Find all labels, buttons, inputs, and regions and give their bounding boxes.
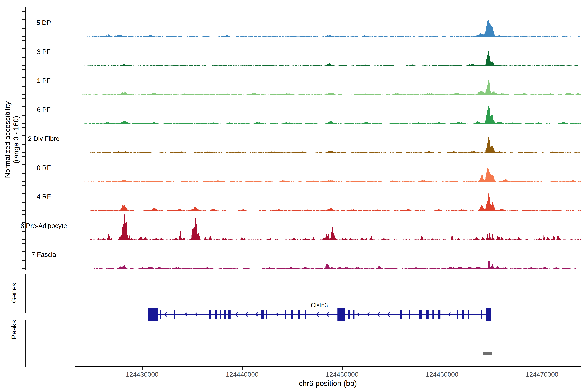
- gene-exon: [486, 308, 491, 321]
- y-axis-tick: [22, 260, 26, 261]
- x-axis-tick-label: 124430000: [118, 371, 166, 378]
- y-axis-tick: [22, 144, 26, 145]
- track-baseline: [75, 37, 581, 37]
- y-axis-tick: [22, 239, 26, 240]
- y-axis-tick: [22, 152, 26, 153]
- gene-exon: [338, 308, 345, 321]
- track-label-2-div-fibro: 2 Div Fibro: [10, 135, 78, 142]
- x-axis-tick-label: 124470000: [518, 371, 566, 378]
- coverage-area: [75, 48, 581, 66]
- y-axis-tick: [22, 173, 26, 174]
- coverage-track-2-div-fibro: [75, 125, 581, 153]
- y-axis-tick: [22, 231, 26, 232]
- gene-exon: [419, 310, 422, 319]
- y-axis-tick: [22, 36, 26, 37]
- track-baseline: [75, 182, 581, 182]
- gene-exon: [456, 310, 458, 319]
- coverage-area: [75, 102, 581, 124]
- y-axis-tick: [22, 181, 26, 182]
- peaks-section-label: Peaks: [10, 305, 18, 354]
- genome-browser-figure: Normalized accessibility (range 0 - 160)…: [0, 0, 588, 392]
- gene-exon: [228, 310, 231, 319]
- gene-exon: [438, 310, 440, 319]
- track-label-8-pre-adipocyte: 8 Pre-Adipocyte: [10, 222, 78, 230]
- track-baseline: [75, 211, 581, 211]
- track-baseline: [75, 240, 581, 240]
- coverage-area: [75, 167, 581, 182]
- gene-model-plot: [75, 303, 581, 326]
- gene-exon: [305, 310, 306, 319]
- track-label-4-rf: 4 RF: [10, 193, 78, 200]
- peaks-axis-bar: [25, 320, 26, 367]
- gene-exon: [432, 310, 434, 319]
- called-peak-region: [483, 352, 492, 355]
- genes-axis-bar: [25, 274, 26, 313]
- y-axis-tick: [22, 210, 26, 211]
- y-axis-tick: [22, 57, 26, 58]
- y-axis-tick: [22, 65, 26, 66]
- coverage-area: [75, 214, 581, 240]
- x-axis-tick-label: 124440000: [218, 371, 266, 378]
- track-baseline: [75, 124, 581, 124]
- coverage-track-0-rf: [75, 154, 581, 182]
- coverage-track-1-pf: [75, 67, 581, 95]
- x-axis-tick: [142, 367, 142, 370]
- x-axis-title: chr6 position (bp): [246, 379, 410, 388]
- track-baseline: [75, 95, 581, 95]
- track-baseline: [75, 269, 581, 269]
- coverage-track-7-fascia: [75, 241, 581, 269]
- y-axis-tick: [22, 94, 26, 95]
- gene-exon: [291, 310, 292, 319]
- gene-exon: [348, 310, 350, 319]
- coverage-area: [75, 194, 581, 211]
- gene-exon: [462, 310, 464, 319]
- y-axis-tick: [22, 86, 26, 87]
- y-axis-tick: [22, 243, 26, 244]
- y-axis-tick: [22, 156, 26, 157]
- track-label-5-dp: 5 DP: [10, 19, 78, 26]
- y-axis-tick: [22, 11, 26, 12]
- gene-exon: [400, 310, 402, 319]
- gene-exon: [298, 310, 300, 319]
- x-axis-line: [75, 366, 581, 367]
- gene-exon: [220, 310, 221, 319]
- x-axis-tick: [342, 367, 342, 370]
- y-axis-tick: [22, 214, 26, 214]
- track-baseline: [75, 153, 581, 153]
- x-axis-tick-label: 124460000: [418, 371, 467, 378]
- y-axis-tick: [22, 268, 26, 269]
- x-axis-tick-label: 124450000: [318, 371, 366, 378]
- coverage-area: [75, 260, 581, 269]
- y-axis-tick: [22, 69, 26, 70]
- gene-exon: [224, 310, 226, 319]
- track-label-1-pf: 1 PF: [10, 77, 78, 84]
- gene-model-clstn3: [75, 303, 581, 326]
- y-axis-tick: [22, 98, 26, 99]
- coverage-track-4-rf: [75, 183, 581, 211]
- track-label-0-rf: 0 RF: [10, 164, 78, 172]
- gene-exon: [409, 310, 410, 319]
- track-label-3-pf: 3 PF: [10, 48, 78, 56]
- coverage-area: [75, 20, 581, 37]
- x-axis-tick: [242, 367, 242, 370]
- coverage-track-3-pf: [75, 38, 581, 66]
- gene-exon: [209, 310, 211, 319]
- gene-exon: [261, 310, 264, 319]
- coverage-track-8-pre-adipocyte: [75, 212, 581, 240]
- gene-exon: [160, 310, 161, 319]
- y-axis-tick: [22, 185, 26, 186]
- track-baseline: [75, 66, 581, 66]
- y-axis-tick: [22, 28, 26, 29]
- coverage-area: [75, 80, 581, 95]
- y-axis-tick: [22, 115, 26, 116]
- gene-exon: [215, 310, 217, 319]
- gene-exon: [266, 310, 267, 319]
- coverage-track-5-dp: [75, 9, 581, 37]
- gene-exon: [148, 308, 158, 321]
- gene-exon: [353, 310, 354, 319]
- track-label-7-fascia: 7 Fascia: [10, 251, 78, 258]
- y-axis-tick: [22, 40, 26, 41]
- x-axis-tick: [442, 367, 442, 370]
- gene-exon: [285, 310, 286, 319]
- coverage-track-6-pf: [75, 96, 581, 124]
